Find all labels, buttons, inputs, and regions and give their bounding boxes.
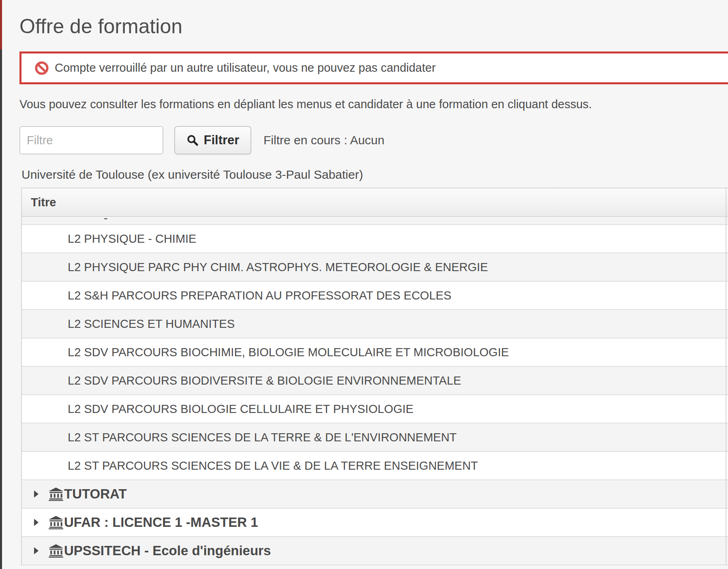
filter-bar: Filtrer Filtre en cours : Aucun: [19, 126, 728, 154]
formation-title: L2 SCIENCES ET HUMANITES: [68, 317, 235, 331]
formation-title: L2 ST PARCOURS SCIENCES DE LA VIE & DE L…: [68, 459, 478, 473]
table-row[interactable]: UPSSITECH - Ecole d'ingénieurs: [22, 537, 728, 565]
table-body: L2 PHYSIQUE - CHIMIE L2 PHYSIQUE PARC PH…: [22, 225, 728, 565]
category-title: UFAR : LICENCE 1 -MASTER 1: [64, 515, 258, 530]
table-row[interactable]: L2 PHYSIQUE - CHIMIE: [22, 225, 728, 253]
page-title: Offre de formation: [19, 0, 728, 38]
formation-title: L2 ST PARCOURS SCIENCES DE LA TERRE & DE…: [68, 431, 457, 444]
ban-icon: [35, 61, 49, 75]
search-icon: [186, 134, 199, 146]
sidebar-edge: [0, 0, 2, 569]
filter-input[interactable]: [19, 126, 163, 154]
table-row[interactable]: L2 SDV PARCOURS BIODIVERSITE & BIOLOGIE …: [22, 367, 728, 395]
university-icon: [49, 516, 63, 529]
table-row[interactable]: L2 SDV PARCOURS BIOCHIMIE, BIOLOGIE MOLE…: [22, 338, 728, 367]
alert-banner: Compte verrouillé par un autre utilisate…: [19, 51, 728, 84]
table-header: Titre: [22, 188, 728, 217]
filter-status: Filtre en cours : Aucun: [263, 133, 384, 147]
caret-right-icon: [34, 490, 39, 498]
table-row[interactable]: L2 ST PARCOURS SCIENCES DE LA TERRE & DE…: [22, 424, 728, 452]
filter-button[interactable]: Filtrer: [174, 126, 251, 154]
formation-title: L2 S&H PARCOURS PREPARATION AU PROFESSOR…: [68, 289, 452, 302]
formation-title: L2 SDV PARCOURS BIOCHIMIE, BIOLOGIE MOLE…: [68, 346, 509, 359]
table-row[interactable]: L2 ST PARCOURS SCIENCES DE LA VIE & DE L…: [22, 452, 728, 480]
instructions-text: Vous pouvez consulter les formations en …: [19, 98, 728, 111]
column-divider: [726, 188, 726, 565]
table-row[interactable]: L2 SDV PARCOURS BIOLOGIE CELLULAIRE ET P…: [22, 395, 728, 424]
table-row-partial[interactable]: -: [22, 217, 728, 225]
table-row[interactable]: L2 PHYSIQUE PARC PHY CHIM. ASTROPHYS. ME…: [22, 253, 728, 282]
column-header-titre[interactable]: Titre: [31, 196, 56, 209]
university-header: Université de Toulouse (ex université To…: [21, 168, 728, 182]
university-icon: [49, 544, 63, 558]
formation-title: L2 PHYSIQUE PARC PHY CHIM. ASTROPHYS. ME…: [68, 261, 488, 274]
formation-title: L2 SDV PARCOURS BIODIVERSITE & BIOLOGIE …: [68, 374, 461, 387]
caret-right-icon: [34, 519, 39, 526]
filter-button-label: Filtrer: [204, 133, 240, 148]
table-row[interactable]: TUTORAT: [22, 480, 728, 509]
table-row[interactable]: UFAR : LICENCE 1 -MASTER 1: [22, 509, 728, 537]
formations-table: Titre - L2 PHYSIQUE - CHIMIE L2 PHYSIQUE…: [21, 188, 728, 565]
alert-text: Compte verrouillé par un autre utilisate…: [55, 61, 436, 75]
university-icon: [49, 488, 63, 501]
category-title: TUTORAT: [64, 486, 127, 502]
formation-title: L2 PHYSIQUE - CHIMIE: [68, 232, 196, 246]
main-content: Offre de formation Compte verrouillé par…: [0, 0, 728, 565]
sidebar-edge-accent: [0, 0, 2, 49]
clipped-row-text: -: [104, 217, 108, 225]
category-title: UPSSITECH - Ecole d'ingénieurs: [64, 543, 271, 558]
table-row[interactable]: L2 SCIENCES ET HUMANITES: [22, 310, 728, 338]
formation-title: L2 SDV PARCOURS BIOLOGIE CELLULAIRE ET P…: [68, 402, 413, 416]
table-row[interactable]: L2 S&H PARCOURS PREPARATION AU PROFESSOR…: [22, 282, 728, 310]
caret-right-icon: [34, 547, 39, 554]
